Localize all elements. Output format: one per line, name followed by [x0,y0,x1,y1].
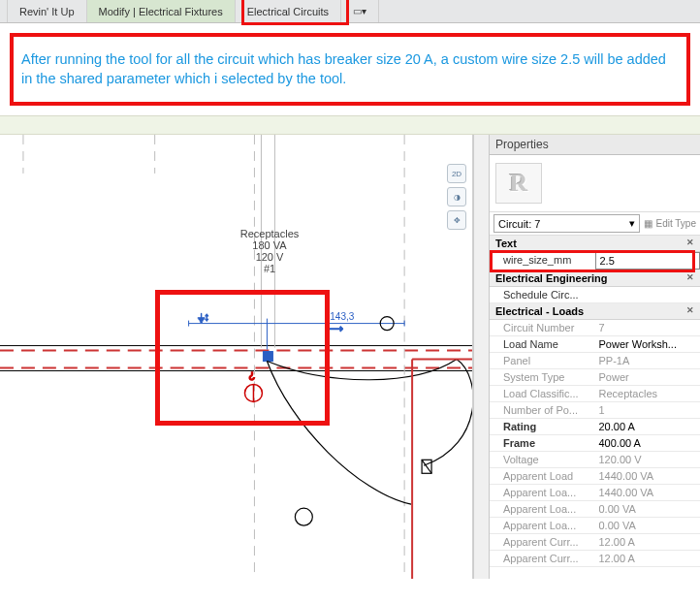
category-electrical-loads[interactable]: Electrical - Loads✕ [490,303,700,320]
param-row[interactable]: Frame400.00 A [490,435,700,452]
options-bar [0,115,700,135]
svg-point-22 [295,508,312,525]
tab-split[interactable] [0,0,8,22]
annotation-wire-highlight [490,250,695,272]
properties-panel: Properties R Circuit: 7 ▾ ▦ Edit Type Te… [489,135,700,579]
chevron-down-icon: ▾ [629,217,635,230]
param-row[interactable]: Voltage120.00 V [490,452,700,468]
param-row[interactable]: System TypePower [490,369,700,386]
param-schedule-circuit[interactable]: Schedule Circ... [490,287,700,303]
param-row[interactable]: Load NamePower Worksh... [490,336,700,353]
type-preview-icon: R [495,163,542,204]
nav-pan-icon[interactable]: ✥ [447,210,466,230]
tab-revin[interactable]: Revin' It Up [8,0,87,22]
edit-type-button[interactable]: ▦ Edit Type [644,218,696,229]
param-row[interactable]: Rating20.00 A [490,419,700,435]
scrollbar-vertical-canvas[interactable] [473,135,489,579]
param-row[interactable]: Circuit Number7 [490,320,700,336]
svg-line-24 [422,460,431,473]
drawing-canvas[interactable]: ⏚↕ ⟼ ¿ Receptacles [0,135,473,579]
properties-grid[interactable]: Text✕ wire_size_mm 2.5 Electrical Engine… [490,236,700,579]
param-row[interactable]: PanelPP-1A [490,353,700,369]
param-row[interactable]: Apparent Curr...12.00 A [490,551,700,567]
param-row[interactable]: Number of Po...1 [490,402,700,419]
param-row[interactable]: Apparent Loa...1440.00 VA [490,485,700,501]
view-control-bar: 2D ◑ ✥ [447,164,468,230]
receptacle-label: Receptacles 180 VA 120 V #1 [211,228,328,274]
category-electrical-eng[interactable]: Electrical Engineering✕ [490,270,700,287]
tab-modify-fixtures[interactable]: Modify | Electrical Fixtures [87,0,236,22]
annotation-tab-highlight [241,0,349,25]
annotation-note-box: After running the tool for all the circu… [10,33,690,106]
param-row[interactable]: Apparent Loa...0.00 VA [490,501,700,518]
nav-steering-icon[interactable]: ◑ [447,187,466,206]
type-selector[interactable]: Circuit: 7 ▾ [493,214,640,233]
nav-2d-icon[interactable]: 2D [447,164,466,183]
annotation-note-text: After running the tool for all the circu… [21,50,679,88]
param-row[interactable]: Apparent Curr...12.00 A [490,534,700,551]
edit-type-icon: ▦ [644,218,652,229]
param-row[interactable]: Apparent Load1440.00 VA [490,468,700,485]
param-row[interactable]: Apparent Loa...0.00 VA [490,518,700,534]
param-row[interactable]: Load Classific...Receptacles [490,386,700,402]
properties-title: Properties [490,135,700,155]
annotation-canvas-highlight [155,290,330,426]
